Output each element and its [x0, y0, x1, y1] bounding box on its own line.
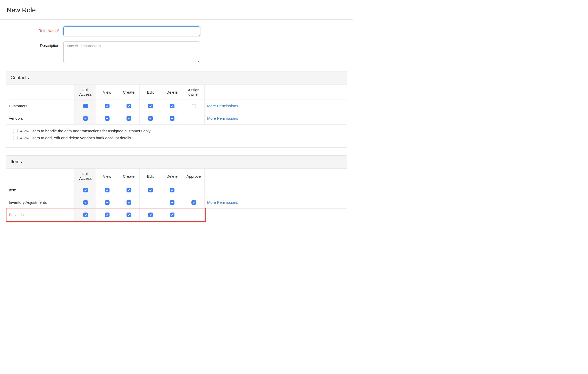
items-col-approve: Approve	[183, 169, 205, 184]
inventory-adjustments-delete-checkbox[interactable]	[170, 200, 174, 205]
role-name-input[interactable]	[63, 26, 200, 36]
price-list-view-checkbox[interactable]	[105, 213, 110, 217]
items-col-full-access: Full Access	[75, 169, 96, 184]
form-row-description: Description	[7, 41, 346, 63]
contacts-col-more	[205, 85, 347, 100]
form-section: Role Name* Description	[0, 20, 353, 71]
vendors-view-checkbox[interactable]	[105, 116, 110, 121]
items-table: Full Access View Create Edit Delete Appr…	[6, 168, 347, 221]
items-header-row: Full Access View Create Edit Delete Appr…	[6, 169, 347, 184]
table-row-price-list: Price List	[6, 209, 347, 221]
price-list-label: Price List	[6, 209, 75, 221]
page-title: New Role	[7, 6, 346, 14]
inventory-adjustments-label: Inventory Adjustments	[6, 196, 75, 209]
option-vendor-bank-checkbox[interactable]	[13, 136, 18, 140]
inventory-adjustments-full-access-checkbox[interactable]	[83, 200, 88, 205]
contacts-col-view: View	[96, 85, 118, 100]
contacts-col-full-access: Full Access	[75, 85, 96, 100]
item-create-checkbox[interactable]	[127, 188, 131, 192]
role-name-label: Role Name*	[7, 26, 63, 33]
option-assigned-customers: Allow users to handle the data and trans…	[13, 129, 340, 133]
customers-label: Customers	[6, 100, 75, 112]
customers-more-permissions-link[interactable]: More Permissions	[207, 104, 238, 108]
item-delete-checkbox[interactable]	[170, 188, 174, 192]
contacts-table: Full Access View Create Edit Delete Assi…	[6, 84, 347, 125]
customers-edit-checkbox[interactable]	[148, 104, 153, 108]
contacts-col-delete: Delete	[161, 85, 183, 100]
section-items: Items Full Access View	[6, 155, 347, 221]
section-contacts: Contacts Full Access View Create Edit	[6, 71, 347, 148]
items-col-create: Create	[118, 169, 140, 184]
section-header-items: Items	[6, 156, 347, 168]
items-col-delete: Delete	[161, 169, 183, 184]
section-header-contacts: Contacts	[6, 71, 347, 84]
vendors-more-permissions-link[interactable]: More Permissions	[207, 116, 238, 120]
description-label: Description	[7, 41, 63, 48]
customers-view-checkbox[interactable]	[105, 104, 110, 108]
contacts-col-edit: Edit	[140, 85, 161, 100]
page-header: New Role	[0, 0, 353, 20]
table-row-item: Item	[6, 184, 347, 196]
items-col-empty	[6, 169, 75, 184]
description-input[interactable]	[63, 41, 200, 63]
customers-assign-owner-checkbox[interactable]	[192, 104, 196, 108]
contacts-col-empty	[6, 85, 75, 100]
table-row-vendors: Vendors More Permissions	[6, 112, 347, 125]
vendors-create-checkbox[interactable]	[127, 116, 131, 121]
price-list-delete-checkbox[interactable]	[170, 213, 174, 217]
price-list-full-access-checkbox[interactable]	[83, 213, 88, 217]
items-col-edit: Edit	[140, 169, 161, 184]
option-assigned-customers-label[interactable]: Allow users to handle the data and trans…	[20, 129, 151, 133]
vendors-edit-checkbox[interactable]	[148, 116, 153, 121]
vendors-full-access-checkbox[interactable]	[83, 116, 88, 121]
customers-full-access-checkbox[interactable]	[83, 104, 88, 108]
option-vendor-bank-label[interactable]: Allow users to add, edit and delete vend…	[20, 136, 132, 140]
price-list-edit-checkbox[interactable]	[148, 213, 153, 217]
item-label: Item	[6, 184, 75, 196]
item-view-checkbox[interactable]	[105, 188, 110, 192]
items-col-view: View	[96, 169, 118, 184]
inventory-adjustments-more-permissions-link[interactable]: More Permissions	[207, 200, 238, 205]
table-row-inventory-adjustments: Inventory Adjustments More Permissions	[6, 196, 347, 209]
inventory-adjustments-create-checkbox[interactable]	[127, 200, 131, 205]
vendors-delete-checkbox[interactable]	[170, 116, 174, 121]
price-list-create-checkbox[interactable]	[127, 213, 131, 217]
contacts-header-row: Full Access View Create Edit Delete Assi…	[6, 85, 347, 100]
vendors-label: Vendors	[6, 112, 75, 125]
option-assigned-customers-checkbox[interactable]	[13, 129, 18, 133]
item-full-access-checkbox[interactable]	[83, 188, 88, 192]
contacts-options: Allow users to handle the data and trans…	[6, 125, 347, 147]
inventory-adjustments-view-checkbox[interactable]	[105, 200, 110, 205]
option-vendor-bank: Allow users to add, edit and delete vend…	[13, 136, 340, 140]
contacts-col-assign-owner: Assign owner	[183, 85, 205, 100]
contacts-col-create: Create	[118, 85, 140, 100]
items-col-more	[205, 169, 347, 184]
inventory-adjustments-approve-checkbox[interactable]	[191, 200, 196, 205]
customers-delete-checkbox[interactable]	[170, 104, 174, 108]
item-edit-checkbox[interactable]	[148, 188, 153, 192]
table-row-customers: Customers More Permissions	[6, 100, 347, 112]
customers-create-checkbox[interactable]	[127, 104, 131, 108]
form-row-role-name: Role Name*	[7, 26, 346, 36]
